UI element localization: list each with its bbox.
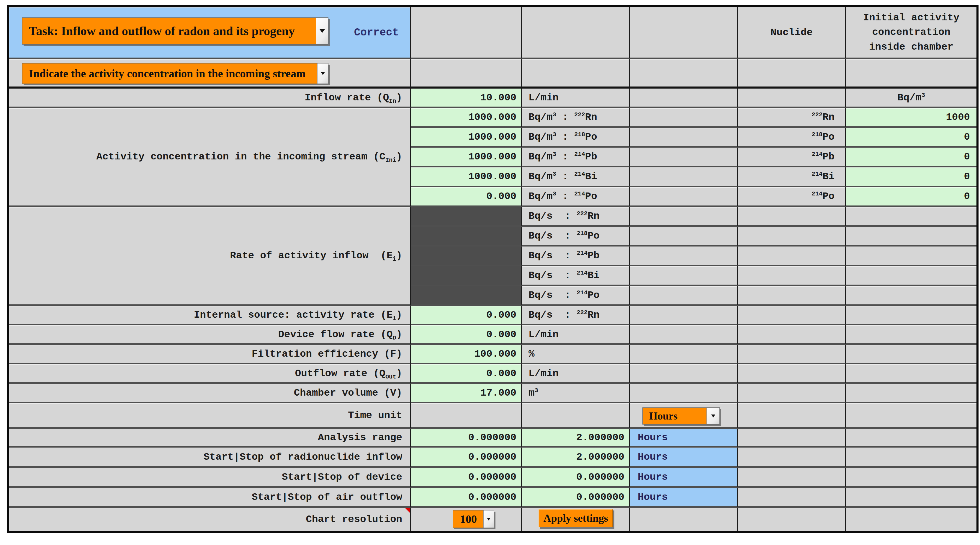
time-unit-cell: Hours xyxy=(630,403,738,429)
row-label-internal-source: Internal source: activity rate (E1) xyxy=(9,306,411,325)
row-label-inflow-rate: Inflow rate (QIn) xyxy=(9,89,411,108)
time-unit-dropdown-button[interactable] xyxy=(706,408,719,424)
empty-cell xyxy=(630,148,738,167)
empty-cell xyxy=(630,7,738,59)
empty-cell xyxy=(846,403,977,429)
row-label-outflow-rate: Outflow rate (QOut) xyxy=(9,364,411,384)
row-label-startstop-outflow: Start|Stop of air outflow xyxy=(9,488,411,508)
outflow-rate-input[interactable]: 0.000 xyxy=(411,364,522,384)
empty-cell xyxy=(630,167,738,187)
apply-settings-label: Apply settings xyxy=(543,512,608,524)
nuclide-label-bi214: 214Bi xyxy=(738,167,846,187)
empty-cell xyxy=(846,345,977,364)
chart-resolution-dropdown[interactable]: 100 xyxy=(453,510,494,528)
filtration-efficiency-input[interactable]: 100.000 xyxy=(411,345,522,364)
empty-cell xyxy=(846,429,977,448)
empty-cell xyxy=(630,286,738,306)
empty-cell xyxy=(738,227,846,247)
conc-unit-po218: Bq/m3 : 218Po xyxy=(522,128,630,148)
task-dropdown-label: Task: Inflow and outflow of radon and it… xyxy=(22,24,295,38)
einflow-output-rn222 xyxy=(411,207,522,227)
empty-cell xyxy=(738,306,846,325)
inflow-rate-unit: L/min xyxy=(522,89,630,108)
empty-cell xyxy=(846,448,977,468)
empty-cell xyxy=(846,508,977,531)
initial-activity-input-po214[interactable]: 0 xyxy=(846,187,977,207)
empty-cell xyxy=(630,345,738,364)
apply-settings-button[interactable]: Apply settings xyxy=(539,509,613,527)
row-label-startstop-inflow: Start|Stop of radionuclide inflow xyxy=(9,448,411,468)
empty-cell xyxy=(630,227,738,247)
initial-activity-input-rn222[interactable]: 1000 xyxy=(846,108,977,128)
empty-cell xyxy=(846,207,977,227)
chevron-down-icon xyxy=(321,72,325,75)
conc-input-po214[interactable]: 0.000 xyxy=(411,187,522,207)
initial-activity-input-bi214[interactable]: 0 xyxy=(846,167,977,187)
empty-cell xyxy=(630,187,738,207)
analysis-range-end-input[interactable]: 2.000000 xyxy=(522,429,630,448)
task-dropdown-button[interactable] xyxy=(316,18,328,44)
chevron-down-icon xyxy=(320,29,325,33)
empty-cell xyxy=(630,108,738,128)
einflow-output-po218 xyxy=(411,227,522,247)
internal-source-input[interactable]: 0.000 xyxy=(411,306,522,325)
conc-input-rn222[interactable]: 1000.000 xyxy=(411,108,522,128)
instruction-dropdown-button[interactable] xyxy=(317,64,328,84)
empty-cell xyxy=(738,403,846,429)
chevron-down-icon xyxy=(711,414,715,418)
startstop-outflow-end-input[interactable]: 0.000000 xyxy=(522,488,630,508)
conc-input-po218[interactable]: 1000.000 xyxy=(411,128,522,148)
empty-cell xyxy=(738,207,846,227)
inflow-rate-input[interactable]: 10.000 xyxy=(411,89,522,108)
chamber-volume-input[interactable]: 17.000 xyxy=(411,384,522,403)
empty-cell xyxy=(738,325,846,345)
empty-cell xyxy=(630,325,738,345)
empty-cell xyxy=(846,59,977,89)
startstop-outflow-unit: Hours xyxy=(630,488,738,508)
analysis-range-start-input[interactable]: 0.000000 xyxy=(411,429,522,448)
empty-cell xyxy=(846,266,977,286)
row-label-activity-concentration: Activity concentration in the incoming s… xyxy=(9,108,411,207)
startstop-inflow-unit: Hours xyxy=(630,448,738,468)
empty-cell xyxy=(630,384,738,403)
row-label-rate-of-activity-inflow: Rate of activity inflow (Ei) xyxy=(9,207,411,306)
empty-cell xyxy=(522,403,630,429)
instruction-dropdown-label: Indicate the activity concentration in t… xyxy=(22,67,306,80)
empty-cell xyxy=(630,306,738,325)
empty-cell xyxy=(738,266,846,286)
einflow-output-pb214 xyxy=(411,247,522,266)
time-unit-dropdown[interactable]: Hours xyxy=(643,408,720,425)
startstop-device-end-input[interactable]: 0.000000 xyxy=(522,468,630,488)
empty-cell xyxy=(522,7,630,59)
empty-cell xyxy=(630,207,738,227)
instruction-dropdown[interactable]: Indicate the activity concentration in t… xyxy=(22,63,328,84)
conc-input-bi214[interactable]: 1000.000 xyxy=(411,167,522,187)
nuclide-label-po214: 214Po xyxy=(738,187,846,207)
nuclide-label-rn222: 222Rn xyxy=(738,108,846,128)
startstop-device-start-input[interactable]: 0.000000 xyxy=(411,468,522,488)
nuclide-column-header: Nuclide xyxy=(738,7,846,59)
time-unit-dropdown-label: Hours xyxy=(643,410,678,422)
einflow-output-bi214 xyxy=(411,266,522,286)
empty-cell xyxy=(411,7,522,59)
einflow-unit-po218: Bq/s : 218Po xyxy=(522,227,630,247)
einflow-output-po214 xyxy=(411,286,522,306)
empty-cell xyxy=(846,364,977,384)
startstop-device-unit: Hours xyxy=(630,468,738,488)
device-flow-rate-input[interactable]: 0.000 xyxy=(411,325,522,345)
conc-input-pb214[interactable]: 1000.000 xyxy=(411,148,522,167)
empty-cell xyxy=(846,247,977,266)
internal-source-unit: Bq/s : 222Rn xyxy=(522,306,630,325)
outflow-rate-unit: L/min xyxy=(522,364,630,384)
startstop-inflow-start-input[interactable]: 0.000000 xyxy=(411,448,522,468)
filtration-efficiency-unit: % xyxy=(522,345,630,364)
initial-activity-input-po218[interactable]: 0 xyxy=(846,128,977,148)
empty-cell xyxy=(846,286,977,306)
startstop-outflow-start-input[interactable]: 0.000000 xyxy=(411,488,522,508)
initial-activity-input-pb214[interactable]: 0 xyxy=(846,148,977,167)
startstop-inflow-end-input[interactable]: 2.000000 xyxy=(522,448,630,468)
empty-cell xyxy=(738,448,846,468)
chart-resolution-dropdown-button[interactable] xyxy=(483,510,494,527)
chamber-volume-unit: m3 xyxy=(522,384,630,403)
task-dropdown[interactable]: Task: Inflow and outflow of radon and it… xyxy=(22,18,328,45)
